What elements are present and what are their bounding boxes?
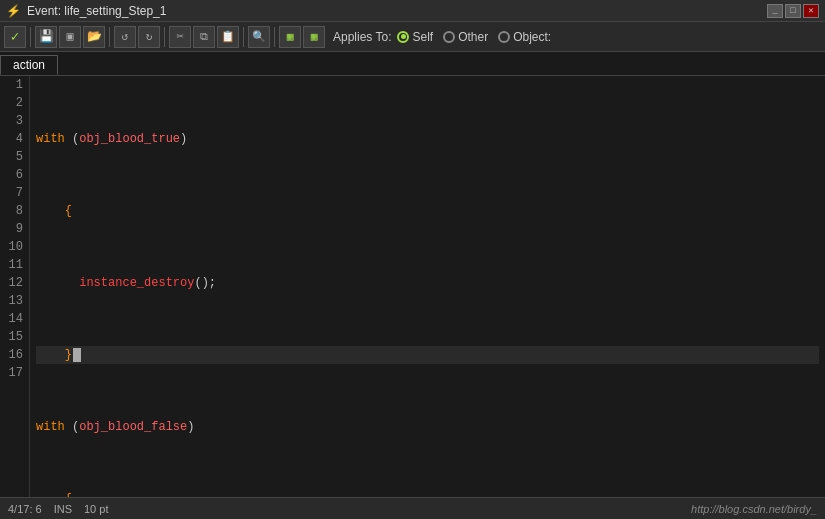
window-controls[interactable]: _ □ ✕ <box>767 4 819 18</box>
redo-icon: ↻ <box>146 30 153 43</box>
window-title: Event: life_setting_Step_1 <box>27 4 166 18</box>
close-button[interactable]: ✕ <box>803 4 819 18</box>
radio-object-dot[interactable] <box>498 31 510 43</box>
code-area[interactable]: 1 2 3 4 5 6 7 8 9 10 11 12 13 14 15 16 1… <box>0 76 825 497</box>
code-line-1: with ( obj_blood_true ) <box>36 130 819 148</box>
save-as-button[interactable]: ▣ <box>59 26 81 48</box>
line-num-17: 17 <box>4 364 23 382</box>
line-num-14: 14 <box>4 310 23 328</box>
toolbar-separator-2 <box>109 27 110 47</box>
radio-self[interactable]: Self <box>397 30 433 44</box>
check-button[interactable]: ✓ <box>4 26 26 48</box>
maximize-button[interactable]: □ <box>785 4 801 18</box>
paste-button[interactable]: 📋 <box>217 26 239 48</box>
grid-button-2[interactable]: ▦ <box>303 26 325 48</box>
line-num-1: 1 <box>4 76 23 94</box>
code-line-5: with ( obj_blood_false ) <box>36 418 819 436</box>
open-icon: 📂 <box>87 29 102 44</box>
text-cursor <box>73 348 81 362</box>
status-position: 4/17: <box>8 503 32 515</box>
paste-icon: 📋 <box>221 30 235 43</box>
radio-other-label: Other <box>458 30 488 44</box>
line-num-15: 15 <box>4 328 23 346</box>
save-as-icon: ▣ <box>66 29 73 44</box>
line-num-3: 3 <box>4 112 23 130</box>
line-num-8: 8 <box>4 202 23 220</box>
grid-icon-1: ▦ <box>287 30 294 43</box>
radio-other-dot[interactable] <box>443 31 455 43</box>
status-column: 6 <box>36 503 42 515</box>
toolbar: ✓ 💾 ▣ 📂 ↺ ↻ ✂ ⧉ 📋 🔍 ▦ ▦ Applies To: Se <box>0 22 825 52</box>
status-size: 10 pt <box>84 503 108 515</box>
open-button[interactable]: 📂 <box>83 26 105 48</box>
copy-icon: ⧉ <box>200 31 208 43</box>
status-left: 4/17: 6 INS 10 pt <box>8 503 108 515</box>
code-line-3: instance_destroy (); <box>36 274 819 292</box>
code-line-2: { <box>36 202 819 220</box>
toolbar-separator-3 <box>164 27 165 47</box>
search-button[interactable]: 🔍 <box>248 26 270 48</box>
kw-with-1: with <box>36 130 65 148</box>
grid-icon-2: ▦ <box>311 30 318 43</box>
title-text: ⚡ Event: life_setting_Step_1 <box>6 4 166 18</box>
applies-to-label: Applies To: <box>333 30 391 44</box>
tab-action-label: action <box>13 58 45 72</box>
line-num-7: 7 <box>4 184 23 202</box>
cursor-position: 4/17: 6 <box>8 503 42 515</box>
tab-action[interactable]: action <box>0 55 58 75</box>
radio-object-label: Object: <box>513 30 551 44</box>
radio-group: Self Other Object: <box>397 30 551 44</box>
title-bar: ⚡ Event: life_setting_Step_1 _ □ ✕ <box>0 0 825 22</box>
radio-other[interactable]: Other <box>443 30 488 44</box>
grid-button-1[interactable]: ▦ <box>279 26 301 48</box>
tab-bar: action <box>0 52 825 76</box>
code-line-4: } <box>36 346 819 364</box>
radio-self-label: Self <box>412 30 433 44</box>
toolbar-separator-4 <box>243 27 244 47</box>
code-content[interactable]: with ( obj_blood_true ) { instance_destr… <box>30 76 825 497</box>
radio-object[interactable]: Object: <box>498 30 551 44</box>
status-url: http://blog.csdn.net/birdy_ <box>691 503 817 515</box>
line-num-12: 12 <box>4 274 23 292</box>
line-num-2: 2 <box>4 94 23 112</box>
cut-icon: ✂ <box>176 29 183 44</box>
save-button[interactable]: 💾 <box>35 26 57 48</box>
status-bar: 4/17: 6 INS 10 pt http://blog.csdn.net/b… <box>0 497 825 519</box>
check-icon: ✓ <box>11 28 19 45</box>
toolbar-separator-1 <box>30 27 31 47</box>
toolbar-separator-5 <box>274 27 275 47</box>
search-icon: 🔍 <box>252 30 266 43</box>
line-num-16: 16 <box>4 346 23 364</box>
status-mode: INS <box>54 503 72 515</box>
undo-button[interactable]: ↺ <box>114 26 136 48</box>
line-num-11: 11 <box>4 256 23 274</box>
copy-button[interactable]: ⧉ <box>193 26 215 48</box>
line-num-6: 6 <box>4 166 23 184</box>
minimize-button[interactable]: _ <box>767 4 783 18</box>
radio-self-dot[interactable] <box>397 31 409 43</box>
undo-icon: ↺ <box>122 30 129 43</box>
save-icon: 💾 <box>39 29 54 44</box>
line-num-10: 10 <box>4 238 23 256</box>
code-line-6: { <box>36 490 819 497</box>
redo-button[interactable]: ↻ <box>138 26 160 48</box>
line-num-5: 5 <box>4 148 23 166</box>
cut-button[interactable]: ✂ <box>169 26 191 48</box>
line-num-4: 4 <box>4 130 23 148</box>
title-icon: ⚡ <box>6 4 21 18</box>
line-numbers: 1 2 3 4 5 6 7 8 9 10 11 12 13 14 15 16 1… <box>0 76 30 497</box>
line-num-9: 9 <box>4 220 23 238</box>
line-num-13: 13 <box>4 292 23 310</box>
